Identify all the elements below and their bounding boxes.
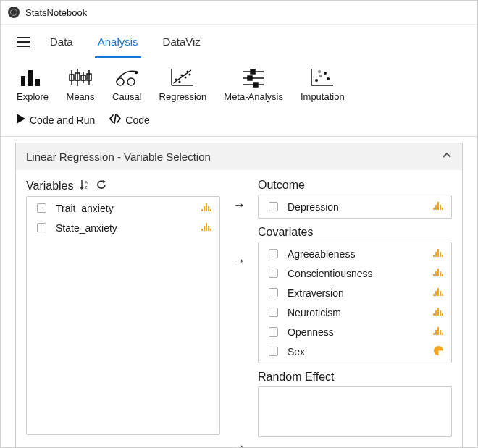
- list-item[interactable]: State_anxiety: [27, 218, 219, 237]
- code-icon: [109, 114, 121, 126]
- label: Code: [125, 114, 149, 126]
- svg-rect-45: [201, 229, 203, 231]
- svg-rect-48: [208, 226, 209, 231]
- distribution-icon: [432, 326, 444, 338]
- tool-label: Explore: [17, 91, 49, 102]
- svg-text:Z: Z: [85, 185, 88, 190]
- forest-plot-icon: [239, 67, 268, 88]
- move-to-covariates-button[interactable]: →: [232, 253, 246, 269]
- tool-imputation[interactable]: Imputation: [301, 67, 345, 102]
- list-item[interactable]: Depression: [259, 197, 451, 216]
- svg-rect-68: [440, 291, 441, 296]
- svg-point-22: [189, 74, 191, 76]
- tool-explore[interactable]: Explore: [17, 67, 49, 102]
- titlebar: StatsNotebook: [1, 1, 477, 25]
- svg-rect-61: [435, 271, 437, 276]
- item-checkbox[interactable]: [37, 203, 46, 213]
- list-item[interactable]: Extraversion: [259, 283, 451, 303]
- reload-icon[interactable]: [96, 179, 107, 193]
- random-effect-listbox[interactable]: [258, 386, 452, 437]
- tool-label: Meta-Analysis: [224, 91, 283, 102]
- tool-meta[interactable]: Meta-Analysis: [224, 67, 283, 102]
- code-and-run-button[interactable]: Code and Run: [17, 114, 95, 126]
- svg-marker-36: [17, 114, 25, 124]
- list-item[interactable]: Openness: [259, 322, 451, 342]
- svg-rect-72: [437, 308, 439, 316]
- play-icon: [17, 114, 25, 126]
- tab-analysis[interactable]: Analysis: [95, 27, 141, 58]
- item-checkbox[interactable]: [269, 269, 278, 278]
- svg-point-33: [324, 72, 327, 75]
- variables-column: Variables AZ Trait_anxietyState_anxiety: [26, 179, 220, 448]
- move-to-outcome-button[interactable]: →: [232, 198, 246, 213]
- code-button[interactable]: Code: [109, 114, 149, 126]
- svg-rect-71: [435, 310, 437, 316]
- tab-data[interactable]: Data: [47, 27, 76, 58]
- tool-means[interactable]: Means: [66, 67, 95, 102]
- topbar: Data Analysis DataViz: [1, 25, 477, 59]
- menu-button[interactable]: [17, 37, 30, 47]
- outcome-listbox[interactable]: Depression: [258, 195, 452, 219]
- item-checkbox[interactable]: [37, 223, 46, 232]
- distribution-icon: [201, 221, 212, 234]
- svg-rect-54: [442, 208, 443, 210]
- svg-rect-40: [201, 209, 203, 211]
- svg-rect-46: [204, 226, 205, 231]
- covariates-listbox[interactable]: AgreeablenessConscientiousnessExtraversi…: [258, 242, 452, 363]
- svg-rect-58: [440, 252, 441, 257]
- tool-label: Imputation: [301, 91, 345, 102]
- svg-rect-73: [440, 310, 441, 316]
- variables-listbox[interactable]: Trait_anxietyState_anxiety: [26, 196, 220, 435]
- app-icon: [8, 7, 20, 18]
- list-item[interactable]: Agreeableness: [259, 244, 451, 263]
- item-label: Sex: [288, 346, 426, 358]
- label: Code and Run: [30, 114, 95, 126]
- panel-title: Linear Regression - Variable Selection: [26, 151, 211, 163]
- list-item[interactable]: Neuroticism: [259, 303, 451, 322]
- svg-point-32: [319, 75, 322, 77]
- boxplot-icon: [66, 67, 95, 88]
- targets-column: Outcome Depression Covariates Agreeablen…: [258, 179, 452, 448]
- sort-az-icon[interactable]: AZ: [80, 179, 90, 193]
- svg-rect-55: [433, 255, 435, 257]
- svg-point-12: [127, 78, 135, 85]
- move-to-random-button[interactable]: →: [232, 439, 246, 448]
- main-tabs: Data Analysis DataViz: [47, 27, 204, 58]
- svg-point-19: [181, 75, 183, 77]
- analysis-toolbar: Explore Means Causal Regression Meta-Ana…: [1, 59, 477, 106]
- list-item[interactable]: Sex: [259, 342, 451, 361]
- variables-title: Variables: [26, 179, 74, 193]
- tool-label: Means: [67, 91, 95, 102]
- item-checkbox[interactable]: [269, 249, 278, 258]
- item-label: Trait_anxiety: [56, 203, 193, 214]
- tab-dataviz[interactable]: DataViz: [160, 27, 204, 58]
- item-checkbox[interactable]: [269, 288, 278, 297]
- svg-point-21: [187, 71, 189, 73]
- svg-rect-52: [437, 202, 439, 210]
- svg-rect-28: [253, 83, 258, 87]
- svg-point-31: [315, 79, 318, 82]
- distribution-icon: [432, 287, 444, 299]
- svg-point-34: [318, 70, 321, 73]
- item-checkbox[interactable]: [269, 202, 278, 211]
- svg-rect-0: [21, 76, 25, 86]
- list-item[interactable]: Conscientiousness: [259, 263, 451, 283]
- item-checkbox[interactable]: [269, 308, 278, 317]
- arrow-column: → → →: [229, 179, 249, 448]
- svg-rect-41: [204, 206, 205, 211]
- list-item[interactable]: Trait_anxiety: [27, 198, 219, 218]
- panel-header[interactable]: Linear Regression - Variable Selection: [16, 143, 462, 170]
- tool-regression[interactable]: Regression: [159, 67, 207, 102]
- tool-causal[interactable]: Causal: [112, 67, 141, 102]
- item-checkbox[interactable]: [269, 327, 278, 337]
- svg-point-35: [327, 77, 330, 80]
- distribution-icon: [432, 200, 444, 213]
- svg-rect-60: [433, 274, 435, 276]
- item-checkbox[interactable]: [269, 347, 278, 356]
- svg-point-17: [175, 79, 177, 81]
- svg-rect-53: [440, 205, 441, 210]
- panel-body: Variables AZ Trait_anxietyState_anxiety …: [16, 170, 462, 448]
- svg-rect-74: [442, 313, 443, 316]
- svg-rect-75: [433, 333, 435, 335]
- svg-point-13: [135, 72, 138, 74]
